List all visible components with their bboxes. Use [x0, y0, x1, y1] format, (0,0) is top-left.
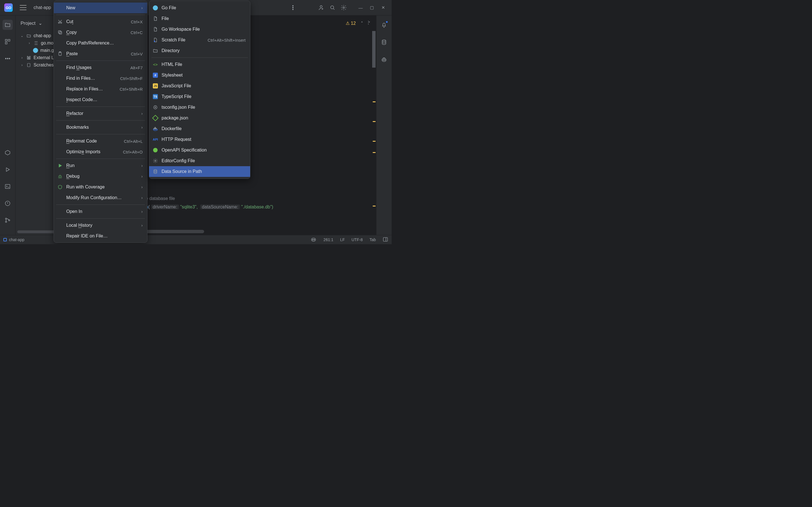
problems-toolwindow-icon[interactable] — [3, 198, 13, 209]
new-item-scratch-file[interactable]: Scratch FileCtrl+Alt+Shift+Insert — [149, 35, 250, 45]
breadcrumb-project[interactable]: chat-app — [34, 5, 51, 10]
menu-item-new[interactable]: New› — [54, 3, 147, 13]
scratch-icon — [153, 37, 158, 43]
blank-icon — [57, 124, 63, 130]
project-toolwindow-icon[interactable] — [3, 20, 13, 30]
new-item-dockerfile[interactable]: Dockerfile — [149, 123, 250, 134]
main-menu-button[interactable] — [20, 5, 27, 10]
menu-item-run[interactable]: Run› — [54, 160, 147, 171]
window-maximize-icon[interactable]: ▢ — [366, 5, 377, 10]
menu-shortcut: Ctrl+Shift+F — [120, 76, 143, 81]
expand-icon[interactable]: › — [20, 56, 24, 60]
new-item-go-workspace-file[interactable]: Go Workspace File — [149, 24, 250, 35]
menu-shortcut: Ctrl+V — [131, 52, 143, 56]
menu-item-find-usages[interactable]: Find UsagesAlt+F7 — [54, 62, 147, 73]
svg-rect-14 — [5, 184, 10, 189]
caret-position[interactable]: 261:1 — [323, 237, 333, 242]
vcs-toolwindow-icon[interactable] — [3, 215, 13, 225]
menu-separator — [56, 159, 145, 159]
menu-item-label: Replace in Files… — [66, 87, 108, 92]
svg-point-36 — [154, 41, 155, 42]
menu-item-label: HTML File — [161, 62, 246, 67]
editor-marker-rail[interactable] — [372, 31, 376, 235]
copilot-toolwindow-icon[interactable] — [379, 55, 389, 65]
new-item-go-file[interactable]: Go File — [149, 3, 250, 13]
new-item-editorconfig-file[interactable]: EditorConfig File — [149, 156, 250, 166]
menu-item-label: Open In — [66, 209, 138, 214]
new-item-package-json[interactable]: package.json — [149, 113, 250, 123]
search-everywhere-icon[interactable] — [327, 2, 338, 13]
menu-item-paste[interactable]: PasteCtrl+V — [54, 48, 147, 59]
run-config-name: chat-app — [9, 237, 24, 242]
new-item-javascript-file[interactable]: JSJavaScript File — [149, 80, 250, 91]
menu-item-label: Debug — [66, 174, 138, 179]
database-toolwindow-icon[interactable] — [379, 37, 389, 47]
warning-icon[interactable]: ⚠ 12 — [346, 20, 356, 26]
submenu-arrow-icon: › — [141, 185, 143, 189]
more-icon[interactable] — [287, 2, 299, 13]
expand-icon[interactable]: › — [20, 63, 24, 67]
editor-more-icon[interactable]: ⋮ — [366, 20, 370, 25]
expand-icon[interactable]: ⌄ — [20, 34, 24, 38]
run-toolwindow-icon[interactable] — [3, 165, 13, 175]
context-menu[interactable]: New›CutCtrl+XCopyCtrl+CCopy Path/Referen… — [54, 1, 147, 243]
submenu-arrow-icon: › — [141, 195, 143, 200]
new-item-data-source-in-path[interactable]: Data Source in Path — [149, 166, 250, 177]
menu-item-modify-run-configuration[interactable]: Modify Run Configuration…› — [54, 192, 147, 203]
menu-item-refactor[interactable]: Refactor› — [54, 108, 147, 119]
menu-item-find-in-files[interactable]: Find in Files…Ctrl+Shift+F — [54, 73, 147, 83]
menu-item-inspect-code[interactable]: Inspect Code… — [54, 94, 147, 105]
menu-item-bookmarks[interactable]: Bookmarks› — [54, 122, 147, 133]
menu-item-local-history[interactable]: Local History› — [54, 220, 147, 231]
new-item-http-request[interactable]: APIHTTP Request — [149, 134, 250, 145]
blank-icon — [57, 111, 63, 116]
new-item-directory[interactable]: Directory — [149, 45, 250, 56]
indent-settings[interactable]: Tab — [369, 237, 376, 242]
menu-item-repair-ide-on-file[interactable]: Repair IDE on File… — [54, 231, 147, 241]
svg-marker-12 — [5, 151, 10, 155]
new-item-stylesheet[interactable]: #Stylesheet — [149, 70, 250, 80]
new-item-typescript-file[interactable]: TSTypeScript File — [149, 91, 250, 102]
new-item-file[interactable]: File — [149, 13, 250, 24]
menu-item-cut[interactable]: CutCtrl+X — [54, 16, 147, 27]
svg-point-16 — [5, 218, 7, 219]
debug-icon — [57, 173, 63, 179]
line-separator[interactable]: LF — [340, 237, 345, 242]
new-item-openapi-specification[interactable]: OpenAPI Specification — [149, 145, 250, 156]
submenu-arrow-icon: › — [141, 174, 143, 179]
copilot-status-icon[interactable] — [310, 236, 317, 243]
prev-highlight-icon[interactable]: ˄ — [361, 21, 363, 26]
blank-icon — [57, 223, 63, 228]
svg-rect-24 — [312, 238, 316, 241]
warning-count: 12 — [351, 21, 356, 25]
notifications-icon[interactable] — [379, 20, 389, 30]
menu-item-replace-in-files[interactable]: Replace in Files…Ctrl+Shift+R — [54, 83, 147, 94]
code-with-me-icon[interactable] — [315, 2, 327, 13]
new-submenu[interactable]: Go FileFileGo Workspace FileScratch File… — [149, 1, 250, 179]
menu-item-copy-path-reference[interactable]: Copy Path/Reference… — [54, 38, 147, 48]
new-item-tsconfig-json-file[interactable]: tsconfig.json File — [149, 102, 250, 113]
window-close-icon[interactable]: ✕ — [377, 5, 389, 10]
structure-toolwindow-icon[interactable] — [3, 37, 13, 47]
svg-rect-27 — [384, 237, 388, 241]
menu-item-open-in[interactable]: Open In› — [54, 206, 147, 217]
menu-item-optimize-imports[interactable]: Optimize ImportsCtrl+Alt+O — [54, 147, 147, 157]
window-minimize-icon[interactable]: — — [355, 5, 366, 10]
new-item-html-file[interactable]: <>HTML File — [149, 59, 250, 70]
run-config-widget[interactable]: chat-app — [3, 237, 24, 242]
svg-point-35 — [59, 176, 61, 178]
menu-item-label: HTTP Request — [161, 137, 246, 142]
menu-item-debug[interactable]: Debug› — [54, 171, 147, 182]
services-toolwindow-icon[interactable] — [3, 148, 13, 158]
reader-mode-icon[interactable] — [383, 237, 388, 243]
menu-item-run-with-coverage[interactable]: Run with Coverage› — [54, 182, 147, 192]
more-toolwindows-icon[interactable] — [3, 54, 13, 64]
menu-item-reformat-code[interactable]: Reformat CodeCtrl+Alt+L — [54, 136, 147, 147]
folder-icon — [26, 33, 31, 38]
settings-icon[interactable] — [338, 2, 349, 13]
file-encoding[interactable]: UTF-8 — [352, 237, 363, 242]
expand-icon[interactable]: › — [28, 41, 31, 45]
menu-item-copy[interactable]: CopyCtrl+C — [54, 27, 147, 38]
menu-item-label: Modify Run Configuration… — [66, 195, 138, 200]
terminal-toolwindow-icon[interactable] — [3, 181, 13, 191]
